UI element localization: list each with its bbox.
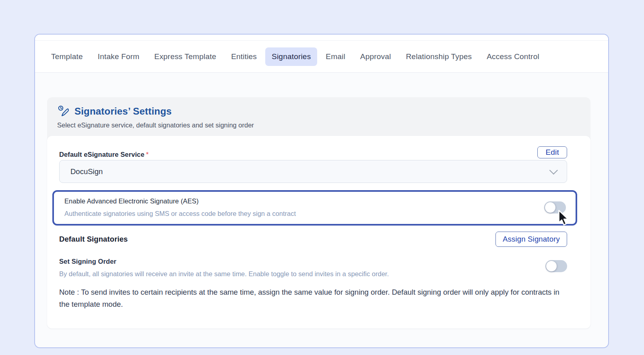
- esignature-service-label: Default eSignature Service: [59, 151, 144, 158]
- signing-order-note: Note : To send invites to certain recipi…: [59, 286, 570, 310]
- tab-signatories[interactable]: Signatories: [265, 47, 317, 66]
- tab-entities[interactable]: Entities: [225, 47, 263, 66]
- section-title: Signatories’ Settings: [74, 106, 172, 117]
- tab-bar: Template Intake Form Express Template En…: [35, 41, 608, 73]
- required-asterisk: *: [146, 151, 149, 158]
- signing-order-description: By default, all signatories will receive…: [59, 270, 389, 278]
- aes-label: Enable Advanced Electronic Signature (AE…: [64, 197, 296, 205]
- signing-order-toggle[interactable]: [545, 260, 567, 272]
- aes-description: Authenticate signatories using SMS or ac…: [64, 210, 296, 218]
- aes-highlight-row: Enable Advanced Electronic Signature (AE…: [52, 190, 577, 226]
- card-top-strip: [35, 35, 608, 41]
- pen-signature-icon: [57, 105, 70, 118]
- chevron-down-icon: [549, 166, 558, 174]
- toggle-knob: [545, 202, 555, 213]
- settings-panel: Default eSignature Service* Edit DocuSig…: [47, 136, 590, 328]
- section-subtitle: Select eSignature service, default signa…: [57, 121, 580, 129]
- tab-template[interactable]: Template: [45, 47, 89, 66]
- esignature-service-value: DocuSign: [70, 167, 103, 176]
- default-signatories-label: Default Signatories: [59, 235, 128, 244]
- tab-access-control[interactable]: Access Control: [480, 47, 546, 66]
- tab-relationship-types[interactable]: Relationship Types: [399, 47, 478, 66]
- toggle-knob: [546, 261, 557, 271]
- tab-express-template[interactable]: Express Template: [148, 47, 223, 66]
- signing-order-label: Set Signing Order: [59, 258, 389, 265]
- tab-email[interactable]: Email: [319, 47, 352, 66]
- tab-approval[interactable]: Approval: [354, 47, 398, 66]
- assign-signatory-button[interactable]: Assign Signatory: [495, 232, 567, 247]
- tab-panel-body: Signatories’ Settings Select eSignature …: [35, 73, 608, 328]
- settings-card: Template Intake Form Express Template En…: [34, 34, 609, 348]
- aes-toggle[interactable]: [544, 201, 566, 213]
- section-header: Signatories’ Settings Select eSignature …: [47, 97, 590, 136]
- tab-intake-form[interactable]: Intake Form: [91, 47, 146, 66]
- signatories-settings-section: Signatories’ Settings Select eSignature …: [47, 97, 590, 328]
- edit-button[interactable]: Edit: [537, 146, 567, 158]
- esignature-service-select[interactable]: DocuSign: [59, 160, 567, 183]
